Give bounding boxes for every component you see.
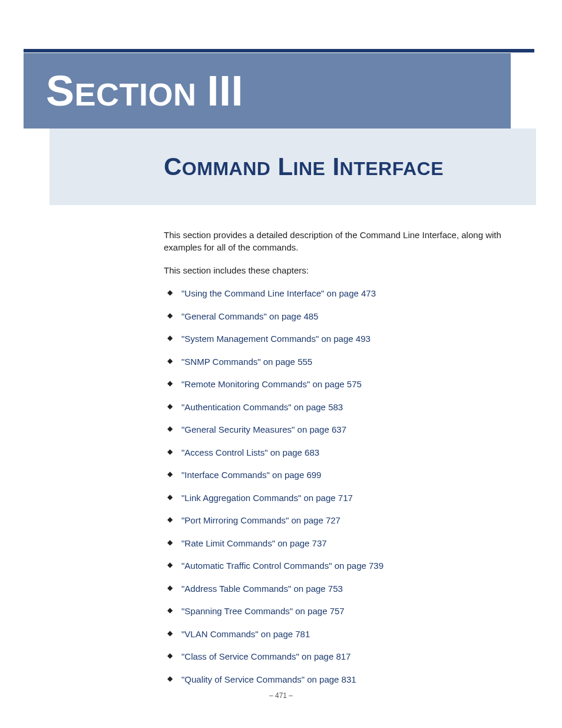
section-rest: ECTION <box>75 77 197 112</box>
list-item: "System Management Commands" on page 493 <box>164 332 517 345</box>
top-rule <box>24 49 534 52</box>
list-item: "Spanning Tree Commands" on page 757 <box>164 605 517 617</box>
chapter-link[interactable]: "Class of Service Commands" on page 817 <box>181 651 351 661</box>
list-item: "Rate Limit Commands" on page 737 <box>164 537 517 549</box>
list-item: "Automatic Traffic Control Commands" on … <box>164 559 517 572</box>
page-number: – 471 – <box>0 691 562 700</box>
page-title: COMMANDLINEINTERFACE <box>164 153 444 181</box>
list-item: "Quality of Service Commands" on page 83… <box>164 673 517 686</box>
list-item: "General Security Measures" on page 637 <box>164 423 517 436</box>
list-item: "Port Mirroring Commands" on page 727 <box>164 514 517 526</box>
list-item: "Remote Monitoring Commands" on page 575 <box>164 378 517 390</box>
list-item: "Using the Command Line Interface" on pa… <box>164 287 517 299</box>
chapter-link[interactable]: "Rate Limit Commands" on page 737 <box>181 538 327 548</box>
chapter-link[interactable]: "SNMP Commands" on page 555 <box>181 357 312 367</box>
chapter-link[interactable]: "General Commands" on page 485 <box>181 311 318 321</box>
chapter-link[interactable]: "System Management Commands" on page 493 <box>181 334 371 344</box>
list-item: "SNMP Commands" on page 555 <box>164 355 517 368</box>
section-label: SECTIONIII <box>46 70 243 112</box>
intro-paragraph: This section provides a detailed descrip… <box>164 229 517 253</box>
list-item: "General Commands" on page 485 <box>164 310 517 322</box>
chapter-link[interactable]: "Using the Command Line Interface" on pa… <box>181 288 376 298</box>
list-item: "Interface Commands" on page 699 <box>164 469 517 481</box>
list-item: "VLAN Commands" on page 781 <box>164 628 517 640</box>
list-item: "Link Aggregation Commands" on page 717 <box>164 492 517 504</box>
section-number: III <box>207 67 244 114</box>
content-area: This section provides a detailed descrip… <box>164 229 517 696</box>
chapter-link[interactable]: "Interface Commands" on page 699 <box>181 470 321 480</box>
chapter-link[interactable]: "General Security Measures" on page 637 <box>181 424 346 434</box>
section-banner: SECTIONIII <box>24 53 511 129</box>
chapter-link[interactable]: "Address Table Commands" on page 753 <box>181 584 343 594</box>
chapter-link[interactable]: "Link Aggregation Commands" on page 717 <box>181 493 353 503</box>
lead-paragraph: This section includes these chapters: <box>164 264 517 276</box>
chapter-link[interactable]: "Access Control Lists" on page 683 <box>181 447 319 457</box>
chapter-link[interactable]: "Spanning Tree Commands" on page 757 <box>181 606 345 616</box>
list-item: "Access Control Lists" on page 683 <box>164 446 517 459</box>
subtitle-banner: COMMANDLINEINTERFACE <box>49 129 536 205</box>
section-initial-s: S <box>46 67 75 114</box>
chapter-link[interactable]: "VLAN Commands" on page 781 <box>181 629 310 639</box>
chapter-link[interactable]: "Automatic Traffic Control Commands" on … <box>181 561 384 571</box>
chapter-link[interactable]: "Remote Monitoring Commands" on page 575 <box>181 379 362 389</box>
list-item: "Class of Service Commands" on page 817 <box>164 650 517 663</box>
chapter-list: "Using the Command Line Interface" on pa… <box>164 287 517 686</box>
chapter-link[interactable]: "Port Mirroring Commands" on page 727 <box>181 515 340 525</box>
chapter-link[interactable]: "Quality of Service Commands" on page 83… <box>181 674 356 684</box>
list-item: "Address Table Commands" on page 753 <box>164 582 517 595</box>
chapter-link[interactable]: "Authentication Commands" on page 583 <box>181 402 343 412</box>
list-item: "Authentication Commands" on page 583 <box>164 401 517 413</box>
